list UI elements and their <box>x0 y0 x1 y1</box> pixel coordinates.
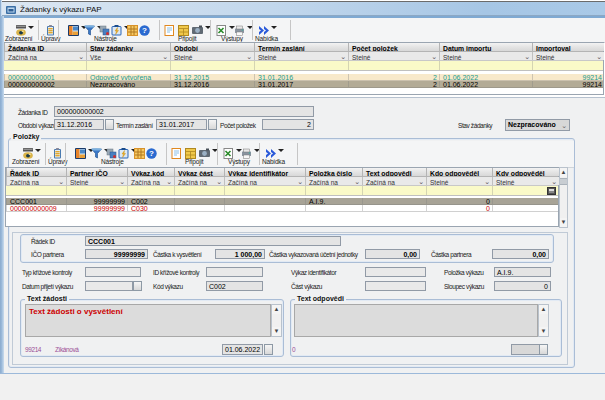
svg-text:?: ? <box>142 26 147 35</box>
svg-text:?: ? <box>149 149 154 158</box>
